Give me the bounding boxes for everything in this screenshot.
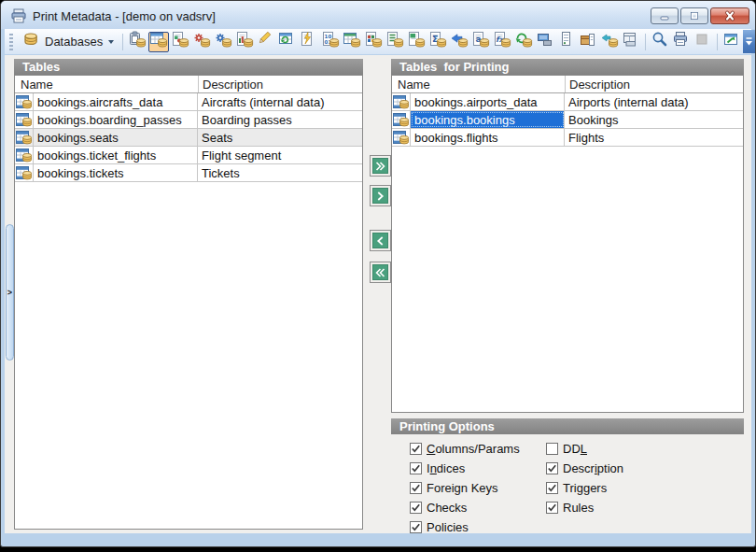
binary-db-button[interactable]: 1001	[320, 32, 341, 52]
copy-metadata-button[interactable]	[127, 32, 147, 52]
checkbox-checked-icon[interactable]	[410, 462, 422, 474]
checkbox-option-columns-params[interactable]: Columns/Params	[410, 439, 520, 459]
column-header-description[interactable]: Description	[566, 76, 743, 92]
table-row[interactable]: bookings.ticket_flightsFlight segment	[15, 147, 362, 164]
table-name-cell[interactable]: bookings.seats	[34, 129, 198, 146]
checkbox-label: Columns/Params	[427, 442, 520, 456]
squares-db-button[interactable]	[363, 32, 384, 52]
table-name-cell[interactable]: bookings.bookings	[411, 111, 565, 128]
export-window-icon	[722, 31, 741, 52]
printing-options-right-column: DDLDescriptionTriggersRules	[546, 439, 623, 517]
tables-for-printing-panel: Tables for Printing Name Description boo…	[391, 59, 744, 530]
checkbox-option-foreign-keys[interactable]: Foreign Keys	[410, 478, 520, 498]
table-description-cell[interactable]: Bookings	[565, 111, 743, 128]
list-green-db-button[interactable]	[385, 32, 405, 52]
database-cylinder-icon	[22, 31, 41, 52]
chart-db-button[interactable]	[234, 32, 255, 52]
collapse-splitter[interactable]: >	[6, 224, 14, 361]
databases-dropdown[interactable]: Databases	[18, 32, 119, 52]
tables-for-printing-grid: Name Description bookings.airports_dataA…	[391, 75, 744, 413]
move-left-button[interactable]	[370, 230, 391, 251]
table-db-icon	[15, 164, 34, 181]
checkbox-option-ddl[interactable]: DDL	[546, 439, 623, 459]
checkbox-checked-icon[interactable]	[546, 462, 558, 474]
table-name-cell[interactable]: bookings.tickets	[34, 164, 198, 181]
maximize-button[interactable]	[680, 7, 708, 24]
refresh-db-button[interactable]	[513, 32, 534, 52]
server-button[interactable]	[556, 32, 577, 52]
checkbox-checked-icon[interactable]	[546, 502, 558, 514]
close-button[interactable]	[710, 7, 749, 24]
letter-a-db-button[interactable]: a	[470, 32, 491, 52]
list-green-db-icon	[385, 31, 404, 52]
checkbox-checked-icon[interactable]	[410, 482, 422, 494]
checkbox-option-rules[interactable]: Rules	[546, 498, 623, 517]
table-name-cell[interactable]: bookings.flights	[411, 129, 565, 146]
export-window-button[interactable]	[721, 32, 742, 52]
shapes-db-button[interactable]	[170, 32, 190, 52]
checkbox-option-checks[interactable]: Checks	[410, 498, 520, 517]
table-row[interactable]: bookings.seatsSeats	[15, 129, 362, 147]
print-tables-button[interactable]	[148, 32, 169, 52]
checkbox-option-triggers[interactable]: Triggers	[546, 478, 623, 498]
table-name-cell[interactable]: bookings.airports_data	[411, 93, 565, 110]
table-description-cell[interactable]: Tickets	[198, 164, 362, 181]
column-header-name[interactable]: Name	[392, 76, 566, 92]
minimize-button[interactable]	[651, 7, 679, 24]
print-button[interactable]	[671, 32, 692, 52]
double-chevron-right-icon	[372, 158, 388, 174]
toolbar-grip-handle[interactable]	[9, 34, 13, 50]
print-preview-button[interactable]	[650, 32, 670, 52]
gear-blue-db-button[interactable]	[213, 32, 233, 52]
checkbox-unchecked-icon[interactable]	[546, 443, 558, 455]
letter-a-db-icon: a	[471, 31, 490, 52]
pencil-db-button[interactable]	[256, 32, 276, 52]
table-name-cell[interactable]: bookings.ticket_flights	[34, 147, 198, 163]
checkbox-option-policies[interactable]: Policies	[410, 517, 520, 537]
doc-green-db-button[interactable]	[406, 32, 427, 52]
lightning-doc-button[interactable]	[299, 32, 319, 52]
table-description-cell[interactable]: Flight segment	[198, 147, 362, 163]
table-description-cell[interactable]: Boarding passes	[198, 111, 362, 128]
table-description-cell[interactable]: Seats	[198, 129, 362, 146]
magnifier-icon	[651, 31, 669, 52]
table-description-cell[interactable]: Airports (internal data)	[565, 93, 743, 110]
table-row[interactable]: bookings.ticketsTickets	[15, 164, 362, 182]
column-header-description[interactable]: Description	[199, 76, 362, 92]
checkbox-checked-icon[interactable]	[546, 482, 558, 494]
table-row[interactable]: bookings.boarding_passesBoarding passes	[15, 111, 362, 129]
checkbox-option-description[interactable]: Description	[546, 459, 623, 478]
table-refresh-db-button[interactable]	[277, 32, 298, 52]
checkbox-checked-icon[interactable]	[410, 443, 422, 455]
checkbox-checked-icon[interactable]	[410, 521, 422, 533]
table-row[interactable]: bookings.flightsFlights	[392, 129, 743, 147]
table-name-cell[interactable]: bookings.boarding_passes	[34, 111, 198, 128]
monitor-button[interactable]	[535, 32, 555, 52]
toolbar-overflow-button[interactable]	[743, 30, 755, 53]
tables-grid-header: Name Description	[15, 76, 362, 93]
table-green-db-button[interactable]	[342, 32, 362, 52]
tables-panel-title: Tables	[22, 60, 60, 74]
table-description-cell[interactable]: Flights	[565, 129, 743, 146]
arrow-left-db-button[interactable]	[449, 32, 469, 52]
table-row[interactable]: bookings.bookingsBookings	[392, 111, 743, 129]
table-row[interactable]: bookings.aircrafts_dataAircrafts (intern…	[15, 93, 362, 111]
table-name-cell[interactable]: bookings.aircrafts_data	[34, 93, 198, 110]
checkbox-option-indices[interactable]: Indices	[410, 459, 520, 478]
move-right-button[interactable]	[370, 185, 391, 206]
tables-for-printing-title: Tables for Printing	[399, 60, 510, 74]
import-db-button[interactable]	[599, 32, 620, 52]
table-description-cell[interactable]: Aircrafts (internal data)	[198, 93, 362, 110]
column-header-name[interactable]: Name	[15, 76, 199, 92]
package-button[interactable]	[578, 32, 598, 52]
sigma-db-button[interactable]: Σ	[427, 32, 448, 52]
fx-db-button[interactable]: fx	[492, 32, 512, 52]
table-db-icon	[15, 93, 34, 110]
print-cards-button[interactable]	[621, 32, 641, 52]
checkbox-checked-icon[interactable]	[410, 502, 422, 514]
titlebar[interactable]: Print Metadata - [demo on vadsrv]	[1, 1, 755, 29]
gear-red-db-button[interactable]	[191, 32, 212, 52]
move-all-right-button[interactable]	[370, 155, 391, 177]
table-row[interactable]: bookings.airports_dataAirports (internal…	[392, 93, 743, 111]
move-all-left-button[interactable]	[370, 262, 391, 283]
